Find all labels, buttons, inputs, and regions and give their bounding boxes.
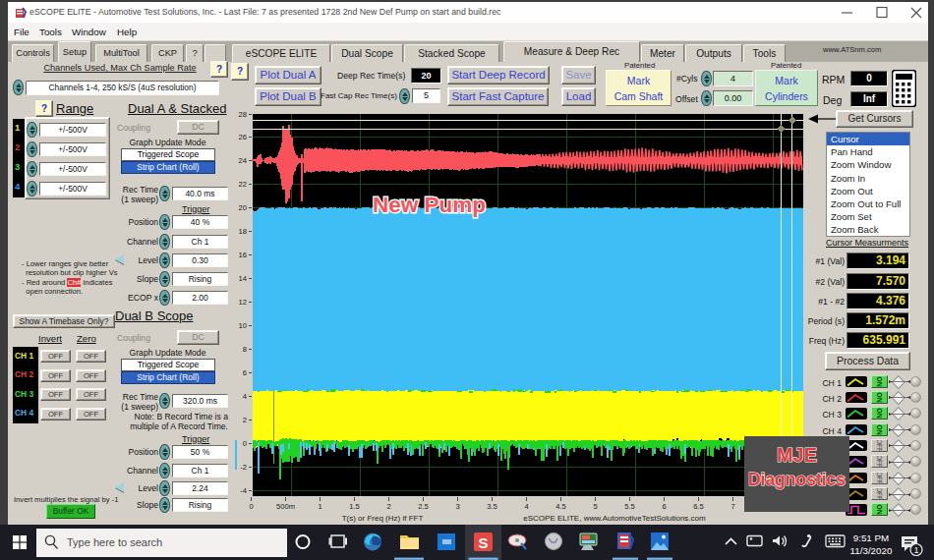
svg-text:OFF: OFF — [876, 488, 883, 499]
svg-text:5: 5 — [593, 502, 597, 511]
svg-text:500m: 500m — [276, 502, 295, 511]
svg-text:6: 6 — [243, 368, 247, 377]
svg-text:Type here to search: Type here to search — [67, 536, 162, 548]
svg-text:ON: ON — [876, 408, 883, 419]
svg-text:-2: -2 — [240, 463, 247, 472]
svg-text:8: 8 — [243, 345, 247, 354]
svg-text:OFF: OFF — [876, 440, 883, 451]
svg-text:0: 0 — [243, 439, 247, 448]
svg-text:S: S — [478, 534, 488, 551]
svg-text:ON: ON — [876, 505, 883, 516]
svg-text:0: 0 — [249, 502, 253, 511]
svg-text:3: 3 — [455, 502, 459, 511]
svg-text:2.5: 2.5 — [418, 502, 429, 511]
svg-text:OFF: OFF — [876, 456, 883, 467]
svg-text:16: 16 — [239, 251, 247, 259]
svg-text:2: 2 — [386, 502, 390, 511]
svg-text:4: 4 — [243, 392, 247, 401]
svg-text:4.5: 4.5 — [555, 502, 566, 511]
svg-text:28: 28 — [239, 110, 247, 119]
svg-text:1.5: 1.5 — [349, 502, 360, 511]
svg-text:22: 22 — [239, 180, 247, 189]
svg-text:7: 7 — [730, 502, 734, 511]
svg-text:26: 26 — [239, 133, 247, 141]
svg-text:ON: ON — [876, 392, 883, 403]
svg-text:-4: -4 — [240, 486, 247, 495]
svg-text:T(s) or Freq (Hz) if FFT: T(s) or Freq (Hz) if FFT — [342, 514, 424, 523]
svg-text:12: 12 — [239, 298, 247, 307]
svg-text:3.5: 3.5 — [487, 502, 497, 511]
svg-text:11/3/2020: 11/3/2020 — [850, 545, 893, 556]
svg-text:eSCOPE ELITE, www.AutomotiveTe: eSCOPE ELITE, www.AutomotiveTestSolution… — [523, 514, 706, 523]
svg-text:24: 24 — [239, 156, 247, 165]
svg-text:5.5: 5.5 — [624, 502, 635, 511]
svg-text:4: 4 — [524, 502, 528, 511]
svg-text:2: 2 — [243, 416, 247, 424]
svg-text:1: 1 — [914, 545, 919, 555]
svg-text:6.5: 6.5 — [693, 502, 704, 511]
svg-text:18: 18 — [239, 227, 247, 236]
svg-text:20: 20 — [239, 203, 247, 212]
svg-text:14: 14 — [239, 274, 247, 283]
svg-text:9:51 PM: 9:51 PM — [853, 532, 890, 543]
svg-text:ON: ON — [876, 376, 883, 387]
svg-text:New Pump: New Pump — [373, 193, 486, 217]
svg-text:1: 1 — [318, 502, 321, 511]
svg-text:OFF: OFF — [876, 473, 883, 483]
svg-text:ON: ON — [876, 424, 883, 435]
svg-text:6: 6 — [662, 502, 666, 511]
svg-text:10: 10 — [239, 321, 247, 330]
